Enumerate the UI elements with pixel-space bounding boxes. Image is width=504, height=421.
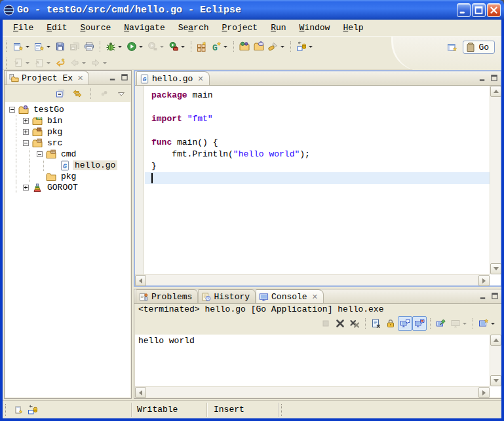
- open-console-button[interactable]: [476, 316, 497, 331]
- save-all-button[interactable]: [68, 39, 82, 54]
- open-plugin-button[interactable]: [237, 39, 252, 54]
- collapse-toggle-icon[interactable]: [9, 107, 15, 113]
- dropdown-arrow-icon[interactable]: [47, 62, 50, 64]
- dropdown-arrow-icon[interactable]: [118, 46, 122, 48]
- save-button[interactable]: [53, 39, 68, 54]
- code-line[interactable]: package main: [145, 90, 490, 101]
- expand-toggle-icon[interactable]: [23, 185, 29, 191]
- collapse-all-button[interactable]: [53, 86, 68, 101]
- tab-problems[interactable]: Problems: [136, 289, 198, 303]
- project-tree[interactable]: testGo010binpkgsrccmdGhello.gopkgGOROOT: [5, 102, 130, 397]
- dropdown-arrow-icon[interactable]: [491, 323, 495, 325]
- run-button[interactable]: [125, 39, 145, 54]
- dropdown-arrow-icon[interactable]: [309, 46, 313, 48]
- dropdown-arrow-icon[interactable]: [281, 46, 284, 48]
- tab-hello-go[interactable]: G hello.go ✕: [136, 71, 210, 85]
- code-line[interactable]: import "fmt": [145, 113, 490, 125]
- scroll-up-button[interactable]: [490, 86, 501, 97]
- tree-item-cmd[interactable]: cmd: [5, 149, 130, 160]
- focus-button[interactable]: [97, 86, 111, 101]
- last-edit-button[interactable]: [53, 56, 68, 70]
- console-vertical-scrollbar[interactable]: [490, 335, 501, 386]
- debug-button[interactable]: [104, 39, 125, 54]
- scroll-left-button[interactable]: [135, 387, 146, 398]
- link-editor-button[interactable]: [70, 86, 85, 101]
- dropdown-arrow-icon[interactable]: [181, 46, 185, 48]
- code-line[interactable]: [145, 125, 490, 137]
- run-history-button[interactable]: [145, 39, 166, 54]
- scroll-right-button[interactable]: [478, 387, 490, 398]
- new-wizard-button[interactable]: [11, 39, 32, 54]
- go-perspective-button[interactable]: Go: [463, 41, 495, 54]
- fast-view-button[interactable]: [11, 403, 26, 417]
- tab-history[interactable]: History: [198, 289, 256, 303]
- code-line[interactable]: fmt.Println("hello world");: [145, 149, 490, 160]
- trim-annotation-button[interactable]: [26, 403, 40, 417]
- tree-item-pkg[interactable]: pkg: [5, 171, 130, 182]
- scroll-down-button[interactable]: [490, 263, 501, 274]
- maximize-view-button[interactable]: [121, 73, 128, 81]
- scroll-left-button[interactable]: [135, 275, 146, 286]
- new-go-element-button[interactable]: G: [209, 39, 230, 54]
- close-icon[interactable]: ✕: [77, 74, 83, 82]
- trim-grip[interactable]: [5, 404, 7, 416]
- open-perspective-button[interactable]: [445, 40, 459, 54]
- toolbar-grip[interactable]: [6, 41, 8, 52]
- tree-item-testGo[interactable]: testGo: [5, 104, 130, 115]
- close-button[interactable]: [487, 3, 501, 17]
- menu-window[interactable]: Window: [293, 21, 337, 35]
- dropdown-arrow-icon[interactable]: [26, 46, 29, 48]
- tab-console[interactable]: Console✕: [256, 289, 324, 303]
- tree-item-bin[interactable]: 010bin: [5, 115, 130, 126]
- remove-launch-button[interactable]: [333, 316, 347, 331]
- dropdown-arrow-icon[interactable]: [103, 62, 107, 64]
- pin-console-button[interactable]: [434, 316, 448, 331]
- dropdown-arrow-icon[interactable]: [160, 46, 164, 48]
- menu-help[interactable]: Help: [336, 21, 370, 35]
- clear-console-button[interactable]: [369, 316, 383, 331]
- expand-toggle-icon[interactable]: [23, 129, 29, 135]
- search-button[interactable]: [266, 39, 287, 54]
- scroll-right-button[interactable]: [478, 275, 490, 286]
- menu-edit[interactable]: Edit: [40, 21, 73, 35]
- menu-search[interactable]: Search: [172, 21, 216, 35]
- console-horizontal-scrollbar[interactable]: [135, 386, 490, 397]
- next-annotation-button[interactable]: [11, 56, 32, 70]
- code-line[interactable]: func main() {: [145, 137, 490, 149]
- collapse-toggle-icon[interactable]: [23, 140, 29, 146]
- tree-item-GOROOT[interactable]: GOROOT: [5, 182, 130, 193]
- print-button[interactable]: [82, 39, 96, 54]
- scroll-lock-button[interactable]: [383, 316, 398, 331]
- view-menu-button[interactable]: [114, 86, 128, 101]
- tree-item-pkg[interactable]: pkg: [5, 126, 130, 137]
- maximize-view-button[interactable]: [491, 292, 499, 300]
- dropdown-arrow-icon[interactable]: [47, 46, 50, 48]
- collapse-toggle-icon[interactable]: [37, 151, 43, 157]
- open-resource-button[interactable]: [252, 39, 266, 54]
- editor-gutter[interactable]: [135, 86, 144, 274]
- tree-item-hello-go[interactable]: Ghello.go: [5, 160, 130, 171]
- terminate-button[interactable]: [319, 316, 333, 331]
- menu-navigate[interactable]: Navigate: [117, 21, 171, 35]
- minimize-view-button[interactable]: [479, 292, 487, 300]
- code-line[interactable]: [145, 101, 490, 113]
- dropdown-arrow-icon[interactable]: [82, 62, 86, 64]
- prev-annotation-button[interactable]: [32, 56, 53, 70]
- annotation-nav-button[interactable]: [294, 39, 315, 54]
- dropdown-arrow-icon[interactable]: [139, 46, 143, 48]
- show-stdout-button[interactable]: [398, 316, 412, 331]
- code-editor[interactable]: package mainimport "fmt"func main() { fm…: [145, 86, 490, 274]
- titlebar[interactable]: Go - testGo/src/cmd/hello.go - Eclipse: [0, 0, 504, 20]
- dropdown-arrow-icon[interactable]: [223, 46, 227, 48]
- toolbar-grip[interactable]: [6, 58, 8, 69]
- close-icon[interactable]: ✕: [312, 293, 318, 301]
- dropdown-arrow-icon[interactable]: [463, 323, 467, 325]
- code-line[interactable]: [145, 172, 490, 184]
- maximize-button[interactable]: [472, 3, 486, 17]
- scroll-down-button[interactable]: [490, 375, 501, 386]
- minimize-button[interactable]: [457, 3, 471, 17]
- menu-run[interactable]: Run: [264, 21, 292, 35]
- menu-file[interactable]: File: [7, 21, 40, 35]
- editor-vertical-scrollbar[interactable]: [490, 86, 501, 274]
- menu-source[interactable]: Source: [73, 21, 117, 35]
